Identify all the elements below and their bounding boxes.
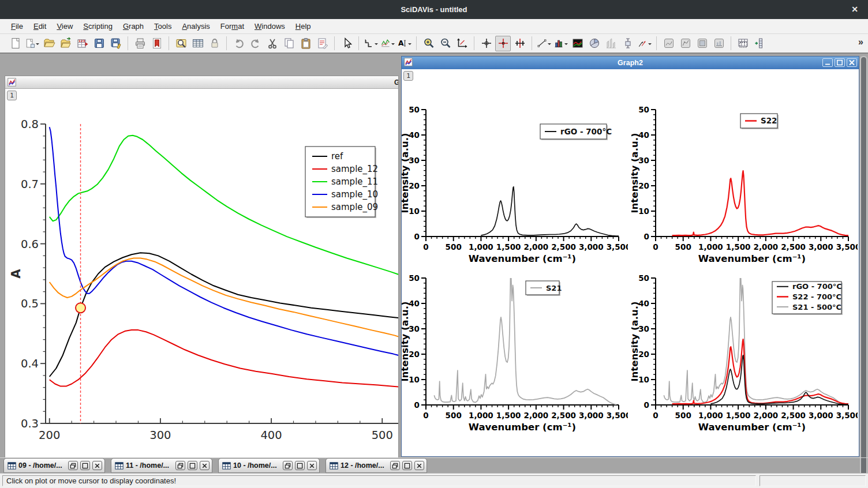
graph2-layer-button[interactable]: 1	[403, 71, 413, 81]
new-table-button[interactable]	[190, 36, 205, 51]
uvvis-plot[interactable]: 2003004005000.30.40.50.60.70.8Arefsample…	[5, 89, 398, 457]
plot-vectors-button[interactable]	[637, 36, 652, 51]
dropdown-arrow-icon[interactable]	[391, 43, 395, 47]
tab-close-button[interactable]	[307, 461, 317, 470]
menu-edit[interactable]: Edit	[28, 20, 51, 32]
plot-3d-polygons-button[interactable]	[694, 36, 710, 51]
plot-box-button[interactable]	[620, 36, 635, 51]
svg-text:20: 20	[638, 181, 649, 190]
menu-graph[interactable]: Graph	[118, 20, 149, 32]
import-ascii-button[interactable]: 123	[74, 36, 90, 51]
tab-close-button[interactable]	[414, 461, 424, 470]
workspace-vertical-scrollbar[interactable]	[860, 56, 867, 473]
graph2-titlebar[interactable]: Graph2	[402, 57, 859, 69]
pointer-button[interactable]	[339, 36, 354, 51]
table-select-all-button[interactable]	[735, 36, 751, 51]
plot-vectors-icon	[637, 37, 648, 50]
tab-maximize-button[interactable]	[402, 461, 412, 470]
raman-all-plot[interactable]: 05001,0001,5002,0002,5003,0003,500010203…	[631, 260, 858, 438]
app-close-button[interactable]: ✕	[850, 5, 860, 14]
dropdown-arrow-icon[interactable]	[548, 43, 551, 47]
tab-restore-button[interactable]	[68, 461, 78, 470]
toolbar-overflow-chevron[interactable]: »	[858, 37, 863, 47]
plot-pie-button[interactable]	[586, 36, 602, 51]
draw-line-button[interactable]	[536, 36, 552, 51]
screen-reader-button[interactable]	[478, 36, 494, 51]
undo-button[interactable]	[231, 36, 246, 51]
dropdown-arrow-icon[interactable]	[408, 43, 411, 47]
paste-selection-button[interactable]	[298, 36, 313, 51]
tab-close-button[interactable]	[92, 461, 102, 470]
tab-maximize-button[interactable]	[80, 461, 90, 470]
copy-selection-button[interactable]	[281, 36, 297, 51]
save-project-as-button[interactable]	[108, 36, 124, 51]
open-project-button[interactable]	[41, 36, 57, 51]
scrollbar-thumb[interactable]	[861, 57, 866, 473]
graph2-maximize-button[interactable]	[835, 58, 845, 67]
graph1-titlebar[interactable]: G	[5, 76, 398, 89]
save-project-button[interactable]	[91, 36, 107, 51]
zoom-out-button[interactable]	[437, 36, 453, 51]
dropdown-arrow-icon[interactable]	[375, 43, 378, 47]
graph2-minimize-button[interactable]	[822, 58, 833, 67]
zoom-in-button[interactable]	[421, 36, 436, 51]
graph1-layer-button[interactable]: 1	[7, 91, 17, 100]
window-tab-10[interactable]: 10 - /home/...	[218, 458, 320, 473]
svg-text:30: 30	[638, 324, 649, 333]
tab-restore-button[interactable]	[283, 461, 293, 470]
menu-windows[interactable]: Windows	[249, 20, 290, 32]
export-pdf-button[interactable]	[149, 36, 164, 51]
app-titlebar[interactable]: SciDAVis - untitled ✕	[0, 0, 868, 19]
menu-analysis[interactable]: Analysis	[177, 20, 215, 32]
cut-selection-button[interactable]	[264, 36, 280, 51]
rescale-to-show-all-button[interactable]	[454, 36, 470, 51]
add-text-button[interactable]: A	[396, 36, 412, 51]
window-tab-12[interactable]: 12 - /home/...	[326, 458, 427, 473]
print-button[interactable]	[132, 36, 148, 51]
tab-restore-button[interactable]	[390, 461, 400, 470]
redo-button[interactable]	[248, 36, 263, 51]
dropdown-arrow-icon[interactable]	[36, 43, 39, 47]
dropdown-arrow-icon[interactable]	[564, 43, 568, 47]
raman-rgo-plot[interactable]: 05001,0001,5002,0002,5003,0003,500010203…	[402, 91, 628, 270]
svg-text:1,000: 1,000	[469, 411, 493, 420]
plot-3d-wire-surface-button[interactable]	[711, 36, 727, 51]
window-tab-11[interactable]: 11 - /home/...	[111, 458, 212, 473]
add-curve-button[interactable]	[380, 36, 395, 51]
plot-color-map-button[interactable]	[570, 36, 585, 51]
add-column-button[interactable]	[752, 36, 768, 51]
lock-toolbars-button[interactable]	[207, 36, 222, 51]
new-window-button[interactable]	[24, 36, 40, 51]
graph2-close-button[interactable]	[847, 58, 857, 67]
add-layer-button[interactable]	[363, 36, 379, 51]
menu-file[interactable]: File	[6, 20, 28, 32]
plot-bars-button[interactable]	[553, 36, 568, 51]
plot-pie-icon	[588, 37, 601, 50]
menu-help[interactable]: Help	[290, 20, 316, 32]
project-explorer-button[interactable]	[173, 36, 189, 51]
tab-maximize-button[interactable]	[188, 461, 197, 470]
new-project-button[interactable]	[8, 36, 23, 51]
svg-text:rGO - 700°C: rGO - 700°C	[792, 282, 842, 291]
plot-3d-wireframe-button[interactable]	[661, 36, 676, 51]
delete-selection-button[interactable]	[315, 36, 330, 51]
raman-s21-plot[interactable]: 05001,0001,5002,0002,5003,0003,500010203…	[402, 260, 628, 438]
raman-s22-plot[interactable]: 05001,0001,5002,0002,5003,0003,500010203…	[631, 91, 858, 270]
data-reader-button[interactable]	[495, 36, 511, 51]
select-data-range-button[interactable]	[512, 36, 527, 51]
tab-restore-button[interactable]	[175, 461, 185, 470]
menu-view[interactable]: View	[51, 20, 78, 32]
import-image-button[interactable]	[58, 36, 73, 51]
menu-format[interactable]: Format	[215, 20, 249, 32]
svg-text:1,000: 1,000	[698, 411, 723, 420]
toolbar-separator	[474, 36, 474, 50]
plot-3d-hidden-line-button[interactable]	[678, 36, 693, 51]
window-tab-09[interactable]: 09 - /home/...	[3, 458, 105, 473]
menu-scripting[interactable]: Scripting	[78, 20, 118, 32]
tab-close-button[interactable]	[200, 461, 209, 470]
dropdown-arrow-icon[interactable]	[648, 43, 652, 47]
graph2-canvas[interactable]: 1 05001,0001,5002,0002,5003,0003,5000102…	[402, 69, 859, 456]
graph1-canvas[interactable]: 1 2003004005000.30.40.50.60.70.8Arefsamp…	[5, 89, 398, 457]
menu-tools[interactable]: Tools	[149, 20, 177, 32]
tab-maximize-button[interactable]	[295, 461, 305, 470]
